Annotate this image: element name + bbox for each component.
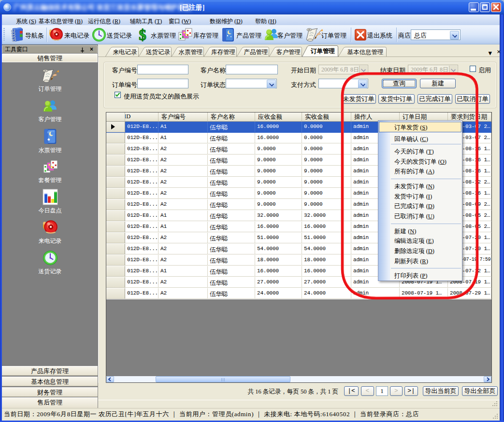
svg-text:$: $ [139,28,146,42]
